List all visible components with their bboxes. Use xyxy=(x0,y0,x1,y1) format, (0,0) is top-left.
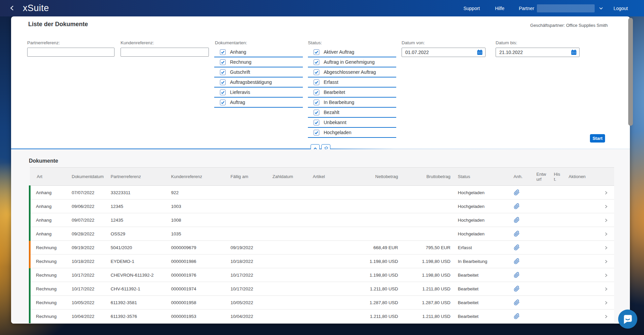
col-faellig-am[interactable]: Fällig am xyxy=(224,168,266,186)
col-entwurf[interactable]: Entwurf xyxy=(528,168,547,186)
row-chevron-right-icon[interactable] xyxy=(604,314,608,319)
col-bruttobetrag[interactable]: Bruttobetrag xyxy=(399,168,451,186)
doc-type-checkbox-rechnung[interactable]: Rechnung xyxy=(214,57,303,67)
checkbox-checked-icon[interactable] xyxy=(314,120,319,125)
calendar-icon[interactable] xyxy=(571,49,577,55)
row-chevron-right-icon[interactable] xyxy=(604,190,608,195)
partner-ref-label: Partnerreferenz: xyxy=(27,40,60,45)
date-to-input[interactable] xyxy=(496,48,580,57)
hilfe-link[interactable]: Hilfe xyxy=(495,6,504,11)
page-title: Liste der Dokumente xyxy=(28,21,88,28)
table-row[interactable]: Rechnung10/17/2022CHEVRON-611392-2000000… xyxy=(30,268,614,282)
attachment-paperclip-icon[interactable] xyxy=(514,259,520,264)
attachment-paperclip-icon[interactable] xyxy=(514,190,520,195)
row-chevron-right-icon[interactable] xyxy=(604,286,608,291)
checkbox-checked-icon[interactable] xyxy=(220,79,226,85)
doc-type-checkbox-auftragsbestaetigung[interactable]: Auftragsbestätigung xyxy=(214,77,303,88)
table-section-title: Dokumente xyxy=(29,158,58,164)
table-row[interactable]: Anhang09/07/2022124351008Hochgeladen xyxy=(30,213,614,227)
table-row[interactable]: Anhang09/28/2022OSS291035Hochgeladen xyxy=(30,227,614,241)
customer-ref-input[interactable] xyxy=(121,48,209,57)
attachment-paperclip-icon[interactable] xyxy=(514,217,520,222)
vertical-scrollbar[interactable] xyxy=(628,18,633,126)
checkbox-checked-icon[interactable] xyxy=(314,130,319,135)
table-row[interactable]: Rechnung10/05/2022611392-358100000019581… xyxy=(30,296,614,310)
start-button[interactable]: Start xyxy=(590,134,605,143)
checkbox-checked-icon[interactable] xyxy=(220,90,226,95)
col-partnerreferenz[interactable]: Partnerreferenz xyxy=(104,168,165,186)
doc-type-checkbox-lieferavis[interactable]: Lieferavis xyxy=(214,88,303,98)
checkbox-checked-icon[interactable] xyxy=(314,69,319,75)
xsuite-logo: xSuite xyxy=(23,3,49,13)
checkbox-checked-icon[interactable] xyxy=(314,90,319,95)
partner-select[interactable] xyxy=(537,4,595,12)
status-checkbox-unbekannt[interactable]: Unbekannt xyxy=(308,118,396,128)
row-chevron-right-icon[interactable] xyxy=(604,259,608,264)
status-checkbox-abgeschlossener-auftrag[interactable]: Abgeschlossener Auftrag xyxy=(308,67,396,77)
table-row[interactable]: Anhang07/07/202233223311922Hochgeladen xyxy=(30,186,614,200)
attachment-paperclip-icon[interactable] xyxy=(514,231,520,236)
chevron-down-icon[interactable] xyxy=(599,6,603,11)
row-chevron-right-icon[interactable] xyxy=(604,245,608,250)
col-aktionen[interactable]: Aktionen xyxy=(562,168,591,186)
table-row[interactable]: Rechnung10/18/2022EYDEMO-1000000198610/1… xyxy=(30,255,614,268)
calendar-icon[interactable] xyxy=(477,49,483,55)
checkbox-checked-icon[interactable] xyxy=(220,59,226,65)
col-art[interactable]: Art xyxy=(30,168,65,186)
checkbox-checked-icon[interactable] xyxy=(314,110,319,115)
col-kundenreferenz[interactable]: Kundenreferenz xyxy=(165,168,224,186)
checkbox-checked-icon[interactable] xyxy=(314,59,319,65)
checkbox-checked-icon[interactable] xyxy=(314,49,319,55)
status-checkbox-bearbeitet[interactable]: Bearbeitet xyxy=(308,88,396,98)
status-checkbox-erfasst[interactable]: Erfasst xyxy=(308,77,396,88)
attachment-paperclip-icon[interactable] xyxy=(514,245,520,250)
row-chevron-right-icon[interactable] xyxy=(604,273,608,278)
row-chevron-right-icon[interactable] xyxy=(604,231,608,236)
doc-type-checkbox-anhang[interactable]: Anhang xyxy=(214,47,303,57)
topbar-links: Support Hilfe Partner Logout xyxy=(463,0,628,16)
row-chevron-right-icon[interactable] xyxy=(604,218,608,223)
logout-link[interactable]: Logout xyxy=(613,6,628,11)
table-header-row: Art Dokumentdatum Partnerreferenz Kunden… xyxy=(30,168,614,186)
status-checkbox-in-bearbeitung[interactable]: In Bearbeitung xyxy=(308,98,396,108)
table-row[interactable]: Anhang09/06/2022123451003Hochgeladen xyxy=(30,200,614,213)
checkbox-checked-icon[interactable] xyxy=(220,69,226,75)
col-zahldatum[interactable]: Zahldatum xyxy=(266,168,306,186)
checkbox-checked-icon[interactable] xyxy=(314,79,319,85)
attachment-paperclip-icon[interactable] xyxy=(514,286,520,291)
col-nettobetrag[interactable]: Nettobetrag xyxy=(340,168,399,186)
partner-ref-input[interactable] xyxy=(27,48,114,57)
attachment-paperclip-icon[interactable] xyxy=(514,272,520,277)
table-row[interactable]: Rechnung10/17/2022CHV-611392-10000001974… xyxy=(30,282,614,296)
row-chevron-right-icon[interactable] xyxy=(604,300,608,305)
doc-type-checkbox-gutschrift[interactable]: Gutschrift xyxy=(214,67,303,77)
attachment-paperclip-icon[interactable] xyxy=(514,300,520,305)
col-artikel[interactable]: Artikel xyxy=(306,168,340,186)
doc-types-checkbox-group: Anhang Rechnung Gutschrift Auftragsbestä… xyxy=(214,47,303,108)
doc-types-label: Dokumentarten: xyxy=(215,40,247,45)
status-checkbox-group: Aktiver Auftrag Auftrag in Genehmigung A… xyxy=(308,47,396,138)
attachment-paperclip-icon[interactable] xyxy=(514,204,520,209)
status-checkbox-bezahlt[interactable]: Bezahlt xyxy=(308,108,396,118)
checkbox-checked-icon[interactable] xyxy=(220,100,226,105)
col-status[interactable]: Status xyxy=(451,168,508,186)
status-checkbox-hochgeladen[interactable]: Hochgeladen xyxy=(308,128,396,138)
support-link[interactable]: Support xyxy=(463,6,480,11)
status-checkbox-aktiver-auftrag[interactable]: Aktiver Auftrag xyxy=(308,47,396,57)
row-chevron-right-icon[interactable] xyxy=(604,204,608,209)
date-from-input[interactable] xyxy=(402,48,486,57)
table-row[interactable]: Rechnung09/19/20225041/2020000000967909/… xyxy=(30,241,614,255)
chat-support-button[interactable] xyxy=(618,310,637,329)
doc-type-checkbox-auftrag[interactable]: Auftrag xyxy=(214,98,303,108)
date-to-field xyxy=(496,48,580,57)
checkbox-checked-icon[interactable] xyxy=(314,100,319,105)
back-icon[interactable] xyxy=(9,5,15,11)
status-checkbox-auftrag-in-genehmigung[interactable]: Auftrag in Genehmigung xyxy=(308,57,396,67)
table-row[interactable]: Rechnung10/04/2022611392-357600000019531… xyxy=(30,310,614,323)
col-dokumentdatum[interactable]: Dokumentdatum xyxy=(65,168,104,186)
col-anh[interactable]: Anh. xyxy=(508,168,528,186)
col-hist[interactable]: Hist. xyxy=(547,168,562,186)
attachment-paperclip-icon[interactable] xyxy=(514,314,520,319)
checkbox-checked-icon[interactable] xyxy=(220,49,226,55)
top-navigation-bar: xSuite Support Hilfe Partner Logout xyxy=(0,0,644,16)
